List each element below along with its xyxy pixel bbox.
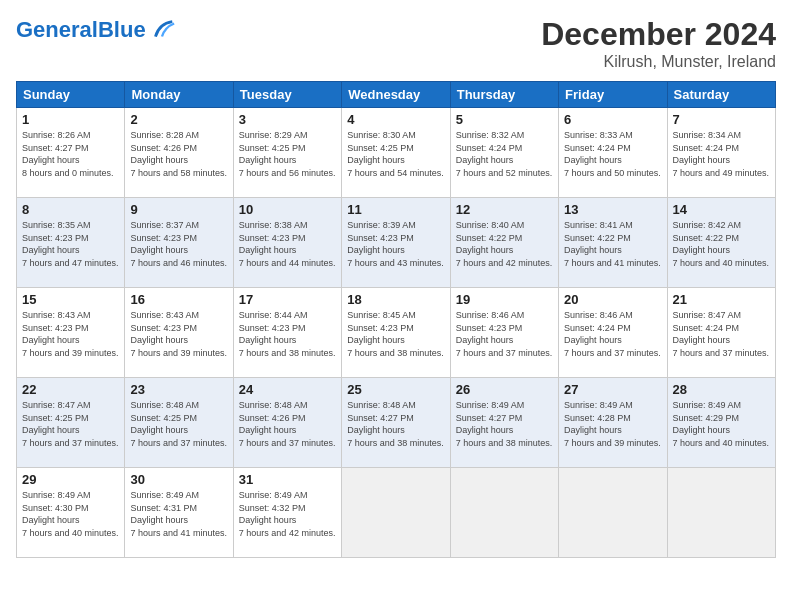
sunrise-label: Sunrise: 8:43 AM (22, 310, 91, 320)
day-number: 20 (564, 292, 661, 307)
day-info: Sunrise: 8:39 AM Sunset: 4:23 PM Dayligh… (347, 219, 444, 269)
day-info: Sunrise: 8:44 AM Sunset: 4:23 PM Dayligh… (239, 309, 336, 359)
day-number: 14 (673, 202, 770, 217)
sunrise-label: Sunrise: 8:48 AM (239, 400, 308, 410)
sunset-label: Sunset: 4:27 PM (22, 143, 89, 153)
day-info: Sunrise: 8:46 AM Sunset: 4:23 PM Dayligh… (456, 309, 553, 359)
day-number: 16 (130, 292, 227, 307)
table-row: 27 Sunrise: 8:49 AM Sunset: 4:28 PM Dayl… (559, 378, 667, 468)
table-row: 30 Sunrise: 8:49 AM Sunset: 4:31 PM Dayl… (125, 468, 233, 558)
sunset-label: Sunset: 4:23 PM (22, 233, 89, 243)
calendar-week-row: 1 Sunrise: 8:26 AM Sunset: 4:27 PM Dayli… (17, 108, 776, 198)
daylight-label: Daylight hours (22, 245, 80, 255)
logo-icon (148, 16, 176, 44)
sunrise-label: Sunrise: 8:37 AM (130, 220, 199, 230)
day-number: 25 (347, 382, 444, 397)
day-info: Sunrise: 8:26 AM Sunset: 4:27 PM Dayligh… (22, 129, 119, 179)
day-number: 4 (347, 112, 444, 127)
table-row: 8 Sunrise: 8:35 AM Sunset: 4:23 PM Dayli… (17, 198, 125, 288)
sunset-label: Sunset: 4:22 PM (673, 233, 740, 243)
sunrise-label: Sunrise: 8:47 AM (22, 400, 91, 410)
daylight-value: 7 hours and 47 minutes. (22, 258, 119, 268)
day-info: Sunrise: 8:48 AM Sunset: 4:25 PM Dayligh… (130, 399, 227, 449)
daylight-label: Daylight hours (22, 515, 80, 525)
day-number: 22 (22, 382, 119, 397)
sunset-label: Sunset: 4:23 PM (456, 323, 523, 333)
day-number: 23 (130, 382, 227, 397)
daylight-value: 7 hours and 52 minutes. (456, 168, 553, 178)
col-monday: Monday (125, 82, 233, 108)
col-wednesday: Wednesday (342, 82, 450, 108)
daylight-label: Daylight hours (130, 155, 188, 165)
calendar-week-row: 29 Sunrise: 8:49 AM Sunset: 4:30 PM Dayl… (17, 468, 776, 558)
table-row: 4 Sunrise: 8:30 AM Sunset: 4:25 PM Dayli… (342, 108, 450, 198)
sunrise-label: Sunrise: 8:49 AM (22, 490, 91, 500)
sunset-label: Sunset: 4:25 PM (22, 413, 89, 423)
day-number: 19 (456, 292, 553, 307)
day-number: 5 (456, 112, 553, 127)
sunrise-label: Sunrise: 8:26 AM (22, 130, 91, 140)
day-number: 30 (130, 472, 227, 487)
day-number: 10 (239, 202, 336, 217)
day-info: Sunrise: 8:41 AM Sunset: 4:22 PM Dayligh… (564, 219, 661, 269)
day-info: Sunrise: 8:30 AM Sunset: 4:25 PM Dayligh… (347, 129, 444, 179)
day-info: Sunrise: 8:46 AM Sunset: 4:24 PM Dayligh… (564, 309, 661, 359)
table-row: 14 Sunrise: 8:42 AM Sunset: 4:22 PM Dayl… (667, 198, 775, 288)
daylight-value: 7 hours and 58 minutes. (130, 168, 227, 178)
daylight-value: 7 hours and 37 minutes. (130, 438, 227, 448)
daylight-value: 7 hours and 40 minutes. (22, 528, 119, 538)
sunset-label: Sunset: 4:28 PM (564, 413, 631, 423)
daylight-value: 7 hours and 37 minutes. (22, 438, 119, 448)
sunset-label: Sunset: 4:29 PM (673, 413, 740, 423)
day-info: Sunrise: 8:45 AM Sunset: 4:23 PM Dayligh… (347, 309, 444, 359)
title-block: December 2024 Kilrush, Munster, Ireland (541, 16, 776, 71)
daylight-label: Daylight hours (456, 335, 514, 345)
daylight-label: Daylight hours (22, 425, 80, 435)
day-info: Sunrise: 8:49 AM Sunset: 4:31 PM Dayligh… (130, 489, 227, 539)
sunset-label: Sunset: 4:24 PM (564, 323, 631, 333)
daylight-value: 7 hours and 46 minutes. (130, 258, 227, 268)
table-row: 31 Sunrise: 8:49 AM Sunset: 4:32 PM Dayl… (233, 468, 341, 558)
day-info: Sunrise: 8:47 AM Sunset: 4:25 PM Dayligh… (22, 399, 119, 449)
sunrise-label: Sunrise: 8:46 AM (564, 310, 633, 320)
daylight-value: 7 hours and 38 minutes. (347, 348, 444, 358)
daylight-label: Daylight hours (239, 245, 297, 255)
table-row: 10 Sunrise: 8:38 AM Sunset: 4:23 PM Dayl… (233, 198, 341, 288)
day-number: 27 (564, 382, 661, 397)
sunset-label: Sunset: 4:23 PM (347, 233, 414, 243)
sunrise-label: Sunrise: 8:49 AM (673, 400, 742, 410)
sunset-label: Sunset: 4:30 PM (22, 503, 89, 513)
table-row: 26 Sunrise: 8:49 AM Sunset: 4:27 PM Dayl… (450, 378, 558, 468)
sunrise-label: Sunrise: 8:49 AM (456, 400, 525, 410)
day-number: 3 (239, 112, 336, 127)
daylight-label: Daylight hours (347, 155, 405, 165)
daylight-label: Daylight hours (673, 245, 731, 255)
daylight-label: Daylight hours (456, 425, 514, 435)
day-number: 8 (22, 202, 119, 217)
day-info: Sunrise: 8:38 AM Sunset: 4:23 PM Dayligh… (239, 219, 336, 269)
daylight-label: Daylight hours (456, 155, 514, 165)
day-number: 17 (239, 292, 336, 307)
day-info: Sunrise: 8:47 AM Sunset: 4:24 PM Dayligh… (673, 309, 770, 359)
calendar-header-row: Sunday Monday Tuesday Wednesday Thursday… (17, 82, 776, 108)
daylight-value: 7 hours and 41 minutes. (130, 528, 227, 538)
table-row: 9 Sunrise: 8:37 AM Sunset: 4:23 PM Dayli… (125, 198, 233, 288)
daylight-label: Daylight hours (347, 335, 405, 345)
logo: GeneralBlue (16, 16, 176, 44)
daylight-label: Daylight hours (130, 425, 188, 435)
daylight-value: 7 hours and 39 minutes. (564, 438, 661, 448)
daylight-value: 7 hours and 40 minutes. (673, 258, 770, 268)
daylight-value: 7 hours and 43 minutes. (347, 258, 444, 268)
calendar-table: Sunday Monday Tuesday Wednesday Thursday… (16, 81, 776, 558)
day-info: Sunrise: 8:33 AM Sunset: 4:24 PM Dayligh… (564, 129, 661, 179)
table-row: 5 Sunrise: 8:32 AM Sunset: 4:24 PM Dayli… (450, 108, 558, 198)
daylight-value: 7 hours and 49 minutes. (673, 168, 770, 178)
daylight-label: Daylight hours (564, 155, 622, 165)
table-row: 6 Sunrise: 8:33 AM Sunset: 4:24 PM Dayli… (559, 108, 667, 198)
day-info: Sunrise: 8:49 AM Sunset: 4:28 PM Dayligh… (564, 399, 661, 449)
day-info: Sunrise: 8:43 AM Sunset: 4:23 PM Dayligh… (130, 309, 227, 359)
day-info: Sunrise: 8:49 AM Sunset: 4:27 PM Dayligh… (456, 399, 553, 449)
day-info: Sunrise: 8:34 AM Sunset: 4:24 PM Dayligh… (673, 129, 770, 179)
daylight-label: Daylight hours (239, 425, 297, 435)
sunset-label: Sunset: 4:27 PM (456, 413, 523, 423)
